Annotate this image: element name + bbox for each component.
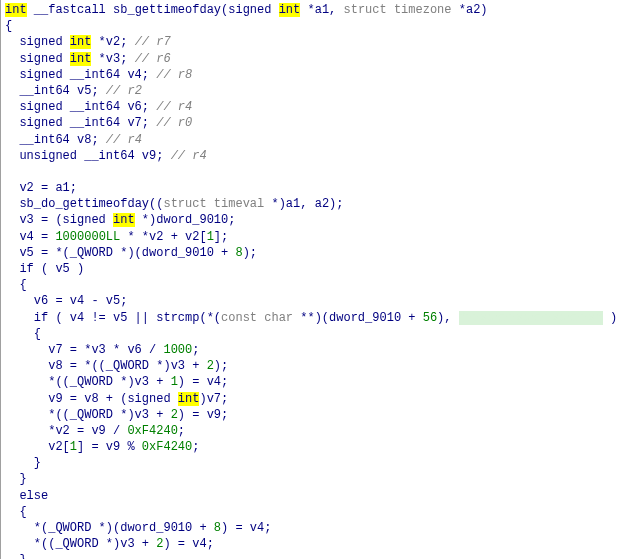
func-signature: int __fastcall sb_gettimeofday(signed in…: [5, 3, 488, 17]
var-decl: signed __int64 v4; // r8: [5, 68, 192, 82]
var-decl: signed int *v2; // r7: [5, 35, 171, 49]
code-line: {: [5, 278, 27, 292]
var-decl: signed __int64 v7; // r0: [5, 116, 192, 130]
code-line: v2 = a1;: [5, 181, 77, 195]
keyword-int-highlight: int: [113, 213, 135, 227]
var-decl: __int64 v8; // r4: [5, 133, 142, 147]
code-line: v5 = *(_QWORD *)(dword_9010 + 8);: [5, 246, 257, 260]
code-line: v6 = v4 - v5;: [5, 294, 127, 308]
code-line: {: [5, 505, 27, 519]
code-line: sb_do_gettimeofday((struct timeval *)a1,…: [5, 197, 343, 211]
code-line: {: [5, 327, 41, 341]
keyword-int-highlight: int: [5, 3, 27, 17]
var-decl: signed __int64 v6; // r4: [5, 100, 192, 114]
code-line: *(_QWORD *)(dword_9010 + 8) = v4;: [5, 521, 271, 535]
code-line: }: [5, 553, 27, 559]
redacted-string: "xxxxxxxxxxxxxxxxxx": [459, 311, 603, 325]
code-line: *((_QWORD *)v3 + 2) = v4;: [5, 537, 214, 551]
keyword-int-highlight: int: [178, 392, 200, 406]
code-line: *((_QWORD *)v3 + 1) = v4;: [5, 375, 228, 389]
code-line: }: [5, 456, 41, 470]
var-decl: signed int *v3; // r6: [5, 52, 171, 66]
code-line: *((_QWORD *)v3 + 2) = v9;: [5, 408, 228, 422]
keyword-int-highlight: int: [279, 3, 301, 17]
code-line: v2[1] = v9 % 0xF4240;: [5, 440, 199, 454]
code-line: *v2 = v9 / 0xF4240;: [5, 424, 185, 438]
code-line: v4 = 1000000LL * *v2 + v2[1];: [5, 230, 228, 244]
code-line: v8 = *((_QWORD *)v3 + 2);: [5, 359, 228, 373]
var-decl: __int64 v5; // r2: [5, 84, 142, 98]
code-line: if ( v4 != v5 || strcmp(*(const char **)…: [5, 311, 617, 325]
code-line: v7 = *v3 * v6 / 1000;: [5, 343, 199, 357]
decompiled-code-block: int __fastcall sb_gettimeofday(signed in…: [0, 0, 626, 559]
var-decl: unsigned __int64 v9; // r4: [5, 149, 207, 163]
brace-open: {: [5, 19, 12, 33]
code-line: v3 = (signed int *)dword_9010;: [5, 213, 235, 227]
code-line: v9 = v8 + (signed int)v7;: [5, 392, 228, 406]
code-line: else: [5, 489, 48, 503]
code-line: if ( v5 ): [5, 262, 84, 276]
keyword-int-highlight: int: [70, 52, 92, 66]
keyword-int-highlight: int: [70, 35, 92, 49]
code-line: }: [5, 472, 27, 486]
